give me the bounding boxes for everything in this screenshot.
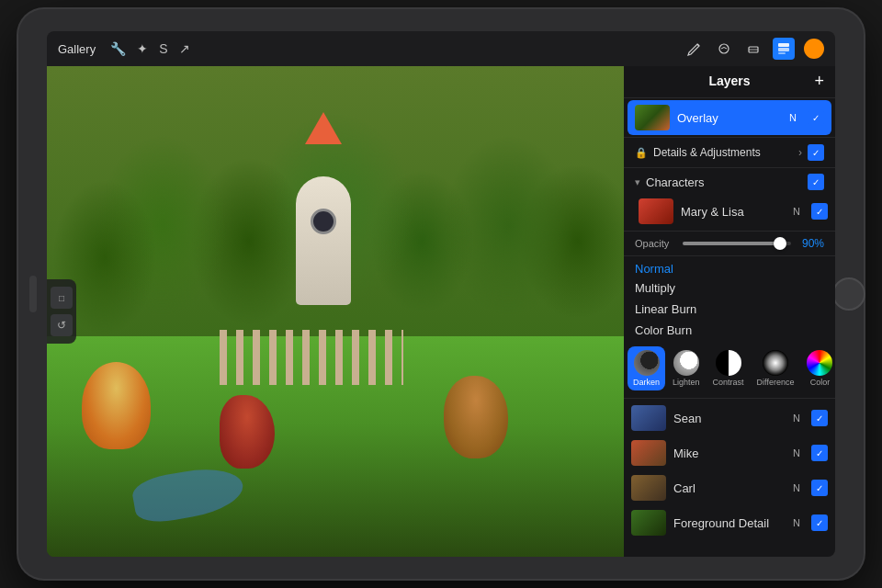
selection-icon[interactable]: S [159, 41, 167, 56]
add-layer-button[interactable]: + [814, 72, 824, 91]
layer-visibility-mike[interactable]: ✓ [811, 445, 828, 461]
blend-lighten-btn[interactable]: Lighten [667, 346, 706, 390]
arrow-icon[interactable]: ↗ [179, 41, 190, 56]
details-name: Details & Adjustments [653, 146, 793, 159]
eraser-tool[interactable] [743, 39, 763, 59]
blend-difference-btn[interactable]: Difference [752, 346, 800, 390]
layer-visibility-mary[interactable]: ✓ [811, 203, 828, 220]
difference-icon [763, 350, 788, 376]
characters-visibility[interactable]: ✓ [808, 174, 824, 190]
darken-label: Darken [633, 378, 660, 387]
details-adjustments-row[interactable]: 🔒 Details & Adjustments › ✓ [624, 140, 835, 165]
blend-contrast-btn[interactable]: Contrast [707, 346, 750, 390]
characters-group-name: Characters [646, 175, 802, 189]
tablet-screen: Gallery 🔧 ✦ S ↗ [47, 31, 835, 557]
char-orange-girl [82, 362, 151, 449]
opacity-thumb[interactable] [774, 237, 786, 250]
opacity-slider[interactable] [683, 242, 791, 245]
layer-thumb-sean [631, 405, 666, 431]
undo-button[interactable]: ↺ [51, 314, 73, 336]
svg-point-0 [719, 44, 729, 53]
rocket-body [296, 176, 351, 305]
layer-name-mike: Mike [673, 447, 782, 460]
layer-thumb-fg [631, 510, 666, 536]
main-content: □ ↺ Layers + [47, 66, 835, 557]
blend-mode-linear-burn[interactable]: Linear Burn [624, 299, 835, 320]
layers-panel-header: Layers + [624, 66, 835, 96]
tablet: Gallery 🔧 ✦ S ↗ [18, 9, 864, 579]
layer-mode-carl: N [789, 482, 804, 493]
top-bar: Gallery 🔧 ✦ S ↗ [47, 31, 835, 66]
layer-thumb-mary [639, 198, 673, 224]
divider-5 [624, 255, 835, 256]
characters-group-header[interactable]: ▾ Characters ✓ [624, 170, 835, 194]
canvas-area[interactable]: □ ↺ [47, 66, 624, 557]
left-toolbar: □ ↺ [47, 279, 76, 344]
color-icon [807, 350, 832, 376]
layer-row-carl[interactable]: Carl N ✓ [624, 470, 835, 505]
difference-label: Difference [757, 378, 795, 387]
artwork-scene [47, 66, 624, 557]
opacity-value: 90% [798, 237, 824, 250]
divider-1 [624, 97, 835, 98]
details-expand-arrow[interactable]: › [798, 146, 802, 159]
opacity-fill [683, 242, 780, 245]
layer-row-sean[interactable]: Sean N ✓ [624, 401, 835, 435]
rocket-tip [305, 112, 342, 144]
side-button[interactable] [29, 276, 37, 312]
blend-mode-color-burn[interactable]: Color Burn [624, 320, 835, 341]
blend-darken-btn[interactable]: Darken [628, 346, 665, 390]
toolbar-icons: 🔧 ✦ S ↗ [110, 41, 189, 56]
lock-icon: 🔒 [635, 147, 648, 159]
layer-name-overlay: Overlay [677, 111, 778, 125]
layer-visibility-fg[interactable]: ✓ [811, 514, 828, 531]
details-visibility[interactable]: ✓ [808, 144, 824, 161]
layers-button[interactable] [773, 38, 795, 60]
darken-icon [634, 350, 660, 376]
layer-visibility-overlay[interactable]: ✓ [808, 109, 824, 126]
svg-rect-3 [778, 48, 789, 51]
characters-expand-arrow[interactable]: ▾ [635, 176, 640, 188]
canvas-background: □ ↺ [47, 66, 624, 557]
lighten-label: Lighten [673, 378, 700, 387]
home-button[interactable] [832, 277, 865, 311]
wrench-icon[interactable]: 🔧 [110, 41, 126, 56]
blend-color-btn[interactable]: Color [801, 346, 835, 390]
color-label: Color [810, 378, 831, 387]
layer-mode-sean: N [789, 413, 804, 424]
layer-name-carl: Carl [673, 481, 782, 495]
layer-name-sean: Sean [673, 412, 782, 425]
opacity-label: Opacity [635, 238, 675, 249]
transform-icon[interactable]: ✦ [137, 41, 148, 56]
gallery-button[interactable]: Gallery [58, 42, 96, 56]
layer-mode-fg: N [789, 517, 804, 528]
layer-row-fg-detail[interactable]: Foreground Detail N ✓ [624, 505, 835, 540]
layer-visibility-sean[interactable]: ✓ [811, 410, 828, 426]
svg-rect-4 [778, 52, 786, 54]
pencil-tool[interactable] [684, 39, 705, 59]
color-picker[interactable] [804, 39, 824, 59]
layer-name-fg: Foreground Detail [673, 516, 782, 530]
contrast-label: Contrast [713, 378, 744, 387]
blend-mode-normal[interactable]: Normal [624, 258, 835, 277]
divider-3 [624, 167, 835, 168]
blend-mode-multiply[interactable]: Multiply [624, 277, 835, 299]
layer-visibility-carl[interactable]: ✓ [811, 480, 828, 496]
rocket-window [311, 209, 336, 234]
contrast-icon [716, 350, 741, 376]
selection-tool-btn[interactable]: □ [51, 287, 73, 309]
layer-mode-mary: N [789, 206, 804, 217]
layer-row-mike[interactable]: Mike N ✓ [624, 435, 835, 470]
fence [220, 330, 403, 385]
layer-row-mary[interactable]: Mary & Lisa N ✓ [624, 194, 835, 229]
lighten-icon [673, 350, 699, 376]
layer-row-overlay[interactable]: Overlay N ✓ [628, 100, 831, 135]
smudge-tool[interactable] [714, 39, 734, 59]
divider-6 [624, 398, 835, 399]
layer-name-mary: Mary & Lisa [681, 205, 782, 219]
blend-icons-row: Darken Lighten Contrast Di [624, 341, 835, 396]
layer-thumb-mike [631, 440, 666, 466]
divider-2 [624, 137, 835, 138]
layer-thumb-carl [631, 475, 666, 501]
layers-title: Layers [708, 74, 750, 88]
